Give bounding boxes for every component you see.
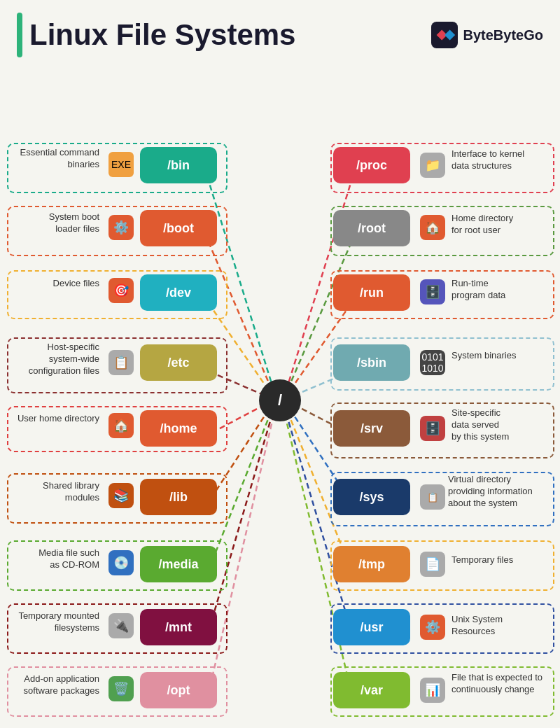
icon-etc: 📋 (108, 350, 134, 375)
icon-usr: ⚙️ (420, 615, 445, 640)
icon-lib: 📚 (108, 483, 134, 508)
dir-opt: /opt (140, 672, 217, 708)
dir-run: /run (333, 274, 410, 311)
dir-root: /root (333, 210, 410, 246)
dir-srv: /srv (333, 410, 410, 447)
dir-tmp: /tmp (333, 546, 410, 582)
label-etc: Host-specificsystem-wideconfiguration fi… (8, 342, 99, 377)
label-bin: Essential commandbinaries (8, 147, 99, 171)
icon-root: 🏠 (420, 215, 445, 240)
header-left: Linux File Systems (17, 13, 295, 57)
icon-media: 💿 (108, 550, 134, 575)
icon-var: 📊 (420, 678, 445, 703)
icon-opt: 🗑️ (108, 676, 134, 701)
label-dev: Device files (8, 278, 99, 290)
dir-mnt: /mnt (140, 609, 217, 645)
icon-proc: 📁 (420, 153, 445, 178)
dir-dev: /dev (140, 274, 217, 311)
brand-logo: ByteByteGo (431, 22, 543, 48)
label-mnt: Temporary mountedfilesystems (8, 610, 99, 634)
label-srv: Site-specificdata servedby this system (451, 407, 550, 443)
dir-home: /home (140, 410, 217, 447)
dir-etc: /etc (140, 344, 217, 381)
dir-lib: /lib (140, 479, 217, 515)
header: Linux File Systems ByteByteGo (0, 0, 560, 64)
icon-home: 🏠 (108, 413, 134, 438)
brand-name: ByteByteGo (463, 27, 543, 43)
dir-var: /var (333, 672, 410, 708)
label-root: Home directoryfor root user (451, 213, 550, 237)
label-run: Run-timeprogram data (451, 278, 550, 302)
icon-bin: EXE (108, 152, 134, 177)
green-bar (17, 13, 22, 57)
page-title: Linux File Systems (29, 19, 295, 51)
dir-media: /media (140, 546, 217, 582)
dir-proc: /proc (333, 147, 410, 183)
label-proc: Interface to kerneldata structures (451, 148, 550, 172)
label-media: Media file suchas CD-ROM (8, 547, 99, 571)
icon-sys: 📋 (420, 484, 445, 510)
icon-tmp: 📄 (420, 552, 445, 577)
dir-bin: /bin (140, 147, 217, 183)
icon-run: 🗄️ (420, 279, 445, 304)
label-lib: Shared librarymodules (8, 480, 99, 504)
center-node: / (259, 379, 301, 421)
label-home: User home directory (8, 413, 99, 425)
label-tmp: Temporary files (451, 554, 550, 566)
label-usr: Unix SystemResources (451, 614, 550, 638)
label-sys: Virtual directoryproviding informationab… (448, 474, 552, 510)
icon-dev: 🎯 (108, 278, 134, 303)
label-opt: Add-on applicationsoftware packages (8, 673, 99, 697)
label-var: File that is expected tocontinuously cha… (451, 672, 555, 696)
dir-usr: /usr (333, 609, 410, 645)
label-boot: System bootloader files (8, 211, 99, 235)
label-sbin: System binaries (451, 350, 550, 362)
icon-mnt: 🔌 (108, 613, 134, 638)
diagram: / Essential commandbinaries EXE /bin Sys… (0, 64, 560, 728)
icon-sbin: 01011010 (420, 350, 445, 375)
dir-sbin: /sbin (333, 344, 410, 381)
icon-srv: 🗄️ (420, 416, 445, 441)
dir-boot: /boot (140, 210, 217, 246)
dir-sys: /sys (333, 479, 410, 515)
icon-boot: ⚙️ (108, 215, 134, 240)
brand-icon (431, 22, 458, 48)
